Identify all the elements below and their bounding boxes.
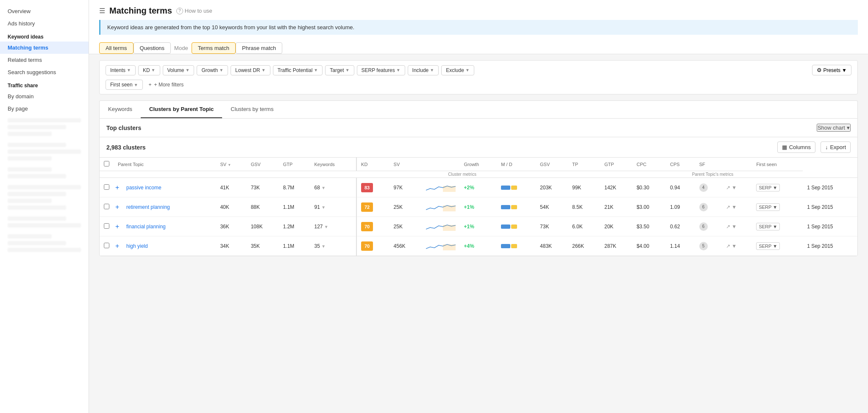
filter-tab-all-terms[interactable]: All terms: [99, 42, 134, 54]
sidebar-item-related-terms[interactable]: Related terms: [0, 54, 89, 66]
th-keywords: Keywords: [310, 158, 356, 171]
mini-chart: [426, 182, 456, 192]
row-serp[interactable]: SERP ▼: [752, 217, 803, 236]
select-all-checkbox[interactable]: [104, 161, 109, 166]
filter-first-seen[interactable]: First seen ▼: [106, 80, 143, 90]
sidebar-item-overview[interactable]: Overview: [0, 5, 89, 17]
row-cpc: $3.50: [632, 217, 666, 236]
filter-tab-phrase-match[interactable]: Phrase match: [236, 42, 282, 54]
filter-tab-terms-match[interactable]: Terms match: [192, 42, 236, 54]
how-to-use-button[interactable]: ? How to use: [176, 8, 212, 14]
serp-button[interactable]: SERP ▼: [756, 223, 780, 230]
sidebar-item-by-page[interactable]: By page: [0, 103, 89, 115]
trend-icon[interactable]: ↗ ▼: [726, 204, 737, 210]
sidebar-item-search-suggestions[interactable]: Search suggestions: [0, 66, 89, 78]
th-trend: [722, 158, 752, 171]
serp-button[interactable]: SERP ▼: [756, 242, 780, 250]
row-checkbox[interactable]: [104, 243, 109, 248]
plus-icon: +: [149, 82, 152, 88]
row-trend[interactable]: ↗ ▼: [722, 217, 752, 236]
row-checkbox-cell[interactable]: [100, 236, 114, 256]
row-gtp: 1.1M: [279, 197, 310, 217]
sidebar-item-matching-terms[interactable]: Matching terms: [0, 42, 89, 54]
row-checkbox-cell[interactable]: [100, 197, 114, 217]
sidebar-item-label: By domain: [8, 93, 33, 100]
row-cps: 0.94: [666, 178, 695, 197]
th-kd: KD: [356, 158, 389, 171]
filter-intents[interactable]: Intents ▼: [106, 65, 136, 75]
svg-rect-3: [443, 244, 456, 250]
row-plus-cell[interactable]: +: [114, 236, 122, 256]
show-chart-button[interactable]: Show chart ▾: [817, 124, 851, 132]
row-parent-topic[interactable]: financial planning: [122, 217, 216, 236]
row-parent-topic[interactable]: passive income: [122, 178, 216, 197]
filter-lowest-dr[interactable]: Lowest DR ▼: [231, 65, 270, 75]
sidebar-item-by-domain[interactable]: By domain: [0, 90, 89, 103]
filter-growth[interactable]: Growth ▼: [197, 65, 228, 75]
row-parent-topic[interactable]: retirement planning: [122, 197, 216, 217]
row-checkbox[interactable]: [104, 204, 109, 209]
row-cps: 0.62: [666, 217, 695, 236]
tab-clusters-parent-topic[interactable]: Clusters by Parent Topic: [141, 101, 222, 118]
sidebar-item-label: Matching terms: [8, 44, 48, 51]
page-header: ☰ Matching terms ? How to use Keyword id…: [89, 0, 868, 54]
row-gsv2: 483K: [536, 236, 568, 256]
more-filters-button[interactable]: + + More filters: [145, 80, 187, 89]
row-checkbox-cell[interactable]: [100, 217, 114, 236]
row-checkbox-cell[interactable]: [100, 178, 114, 197]
filter-kd[interactable]: KD ▼: [138, 65, 160, 75]
th-checkbox: [100, 158, 114, 171]
sidebar-item-label: Overview: [8, 8, 31, 14]
th-sv[interactable]: SV: [216, 158, 246, 171]
tab-clusters-terms[interactable]: Clusters by terms: [222, 101, 282, 118]
sf-badge: 4: [699, 183, 708, 192]
row-cpc: $0.30: [632, 178, 666, 197]
filter-exclude[interactable]: Exclude ▼: [441, 65, 474, 75]
row-checkbox[interactable]: [104, 184, 109, 190]
hamburger-icon[interactable]: ☰: [99, 7, 105, 15]
export-button[interactable]: ↓ Export: [821, 141, 851, 153]
filter-volume[interactable]: Volume ▼: [163, 65, 195, 75]
row-parent-topic[interactable]: high yield: [122, 236, 216, 256]
row-cpc: $3.00: [632, 197, 666, 217]
th-first-seen: First seen: [752, 158, 803, 171]
top-clusters-row: Top clusters Show chart ▾: [100, 119, 857, 137]
row-serp[interactable]: SERP ▼: [752, 178, 803, 197]
trend-icon[interactable]: ↗ ▼: [726, 185, 737, 191]
mini-chart: [426, 201, 456, 211]
row-growth: +2%: [460, 178, 497, 197]
row-serp[interactable]: SERP ▼: [752, 236, 803, 256]
row-keywords: 35 ▼: [310, 236, 356, 256]
sidebar-item-ads-history[interactable]: Ads history: [0, 17, 89, 30]
filter-tab-questions[interactable]: Questions: [134, 42, 171, 54]
filter-traffic-potential[interactable]: Traffic Potential ▼: [273, 65, 323, 75]
chevron-down-icon: ▼: [127, 68, 131, 72]
row-serp[interactable]: SERP ▼: [752, 197, 803, 217]
row-growth: +1%: [460, 217, 497, 236]
row-gsv2: 54K: [536, 197, 568, 217]
row-trend[interactable]: ↗ ▼: [722, 197, 752, 217]
tab-keywords[interactable]: Keywords: [100, 101, 141, 118]
question-icon: ?: [176, 8, 183, 14]
chevron-down-icon: ▾: [847, 125, 850, 131]
row-trend[interactable]: ↗ ▼: [722, 178, 752, 197]
export-icon: ↓: [825, 144, 828, 150]
row-plus-cell[interactable]: +: [114, 178, 122, 197]
row-checkbox[interactable]: [104, 223, 109, 229]
trend-icon[interactable]: ↗ ▼: [726, 243, 737, 249]
filter-include[interactable]: Include ▼: [408, 65, 439, 75]
presets-icon: ⚙: [817, 67, 822, 73]
serp-button[interactable]: SERP ▼: [756, 184, 780, 191]
filter-serp-features[interactable]: SERP features ▼: [357, 65, 405, 75]
row-plus-cell[interactable]: +: [114, 217, 122, 236]
row-trend[interactable]: ↗ ▼: [722, 236, 752, 256]
trend-icon[interactable]: ↗ ▼: [726, 224, 737, 230]
row-gtp: 8.7M: [279, 178, 310, 197]
kd-badge: 72: [361, 202, 373, 212]
serp-button[interactable]: SERP ▼: [756, 203, 780, 211]
presets-button[interactable]: ⚙ Presets ▼: [812, 65, 851, 75]
columns-button[interactable]: ▦ Columns: [777, 141, 815, 153]
filter-target[interactable]: Target ▼: [325, 65, 354, 75]
row-plus-cell[interactable]: +: [114, 197, 122, 217]
row-gsv: 35K: [247, 236, 279, 256]
